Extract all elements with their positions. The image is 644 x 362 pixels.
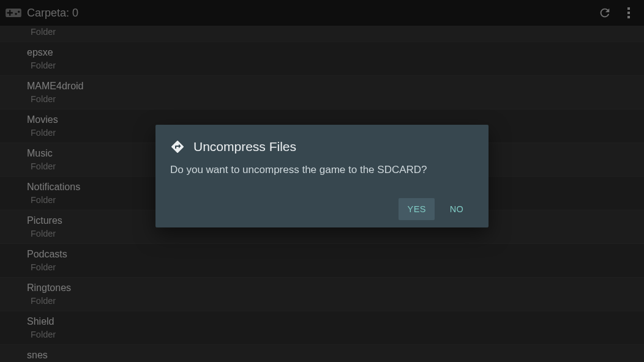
yes-button[interactable]: YES [399,198,435,220]
directions-icon [170,139,185,154]
dialog-title: Uncompress Files [193,139,296,154]
dialog-actions: YES NO [170,198,474,224]
modal-overlay[interactable]: Uncompress Files Do you want to uncompre… [0,0,644,362]
no-button[interactable]: NO [440,198,474,220]
uncompress-dialog: Uncompress Files Do you want to uncompre… [155,125,489,227]
dialog-header: Uncompress Files [170,139,474,154]
dialog-message: Do you want to uncompress the game to th… [170,163,474,177]
